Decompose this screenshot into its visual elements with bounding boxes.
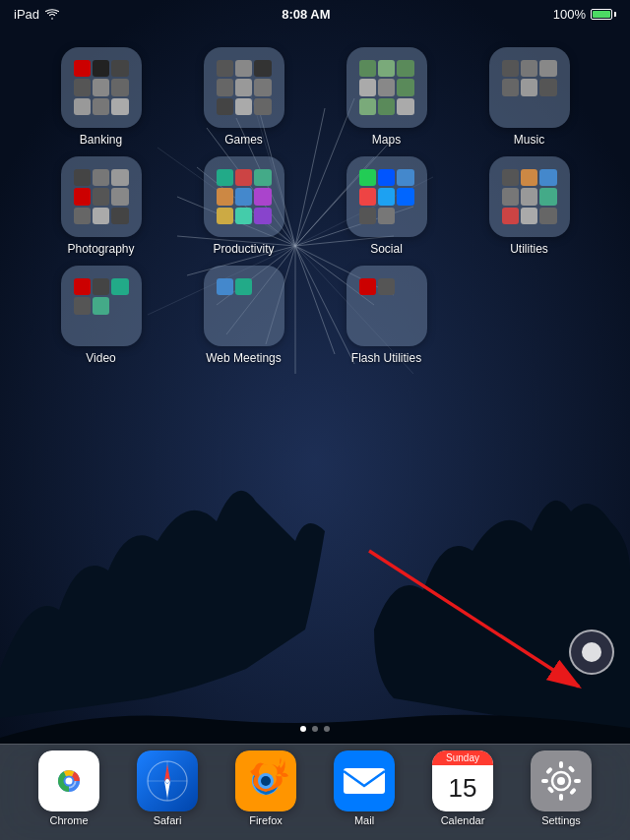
dock-settings-label: Settings [541, 814, 581, 826]
dock-calendar-icon[interactable]: Sunday 15 [432, 750, 493, 811]
app-video-label: Video [86, 351, 115, 365]
calendar-day-name: Sunday [432, 750, 493, 765]
dock: Chrome [0, 744, 630, 840]
app-row-2: Photography Productivity [30, 156, 600, 256]
battery-percent: 100% [553, 7, 586, 22]
app-productivity-label: Productivity [213, 242, 274, 256]
page-dot-3[interactable] [324, 726, 330, 732]
chrome-icon [38, 750, 99, 811]
app-utilities-icon[interactable] [489, 156, 570, 237]
app-banking-label: Banking [80, 133, 122, 147]
app-maps-label: Maps [372, 133, 401, 147]
app-games[interactable]: Games [172, 47, 315, 147]
app-maps[interactable]: Maps [315, 47, 458, 147]
dock-item-settings[interactable]: Settings [531, 750, 592, 826]
assistive-touch-inner [582, 642, 601, 662]
app-utilities-label: Utilities [510, 242, 548, 256]
dock-item-safari[interactable]: Safari [137, 750, 198, 826]
app-social-icon[interactable] [346, 156, 427, 237]
wifi-icon [45, 9, 59, 20]
dock-item-calendar[interactable]: Sunday 15 Calendar [432, 750, 493, 826]
svg-rect-52 [559, 761, 563, 768]
page-dots [0, 726, 630, 732]
status-bar: iPad 8:08 AM 100% [0, 0, 630, 28]
app-webmeetings-label: Web Meetings [206, 351, 281, 365]
app-webmeetings[interactable]: Web Meetings [172, 266, 315, 365]
app-productivity-icon[interactable] [204, 156, 284, 237]
dock-chrome-icon[interactable] [38, 750, 99, 811]
dock-item-mail[interactable]: Mail [334, 750, 395, 826]
app-flashutilities-icon[interactable] [346, 266, 427, 346]
app-webmeetings-icon[interactable] [204, 266, 284, 346]
svg-point-34 [66, 778, 73, 785]
dock-settings-icon[interactable] [531, 750, 592, 811]
svg-point-51 [557, 777, 565, 785]
svg-point-42 [165, 779, 169, 783]
dock-item-firefox[interactable]: Firefox [235, 750, 296, 826]
app-music-icon[interactable] [489, 47, 570, 128]
svg-rect-54 [541, 779, 548, 783]
dock-calendar-label: Calendar [441, 814, 485, 826]
assistive-touch-button[interactable] [569, 630, 614, 675]
svg-rect-53 [559, 794, 563, 801]
battery-icon [591, 9, 616, 20]
status-right: 100% [553, 7, 616, 22]
app-social-label: Social [370, 242, 403, 256]
mail-icon [334, 750, 395, 811]
svg-point-46 [261, 776, 271, 786]
app-utilities[interactable]: Utilities [458, 156, 600, 256]
app-photography-icon[interactable] [61, 156, 142, 237]
dock-item-chrome[interactable]: Chrome [38, 750, 99, 826]
app-banking-icon[interactable] [61, 47, 142, 128]
page-dot-1[interactable] [300, 726, 306, 732]
app-games-icon[interactable] [204, 47, 284, 128]
dock-mail-icon[interactable] [334, 750, 395, 811]
settings-icon [531, 750, 592, 811]
app-productivity[interactable]: Productivity [172, 156, 315, 256]
svg-rect-48 [344, 768, 385, 794]
app-music-label: Music [514, 133, 544, 147]
device-label: iPad [14, 7, 39, 22]
app-photography-label: Photography [67, 242, 134, 256]
app-video-icon[interactable] [61, 266, 142, 346]
dock-firefox-label: Firefox [249, 814, 283, 826]
app-row-3: Video Web Meetings [30, 266, 600, 365]
svg-rect-55 [574, 779, 581, 783]
app-video[interactable]: Video [30, 266, 172, 365]
status-time: 8:08 AM [282, 7, 330, 22]
dock-chrome-label: Chrome [49, 814, 88, 826]
app-flashutilities-label: Flash Utilities [351, 351, 421, 365]
dock-safari-icon[interactable] [137, 750, 198, 811]
status-left: iPad [14, 7, 59, 22]
safari-icon [137, 750, 198, 811]
app-banking[interactable]: Banking [30, 47, 172, 147]
app-photography[interactable]: Photography [30, 156, 172, 256]
app-social[interactable]: Social [315, 156, 458, 256]
app-games-label: Games [224, 133, 263, 147]
app-row-1: Banking Games [30, 47, 600, 147]
app-maps-icon[interactable] [346, 47, 427, 128]
dock-safari-label: Safari [154, 814, 182, 826]
app-flashutilities[interactable]: Flash Utilities [315, 266, 458, 365]
dock-firefox-icon[interactable] [235, 750, 296, 811]
page-dot-2[interactable] [312, 726, 318, 732]
dock-mail-label: Mail [354, 814, 374, 826]
app-music[interactable]: Music [458, 47, 600, 147]
firefox-icon [235, 750, 296, 811]
app-grid: Banking Games [0, 37, 630, 385]
calendar-day-number: 15 [432, 765, 493, 811]
